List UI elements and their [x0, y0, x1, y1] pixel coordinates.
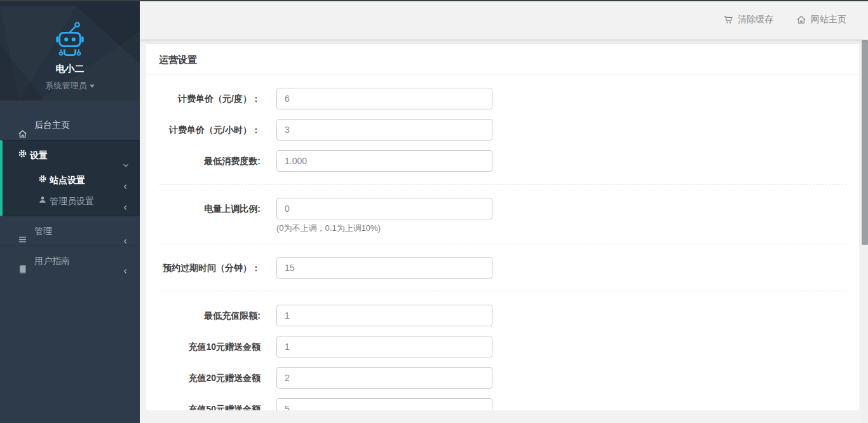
sidebar: 电小二 系统管理员 后台主页 设置 站点设置	[0, 0, 140, 423]
sidebar-item-dashboard[interactable]: 后台主页	[0, 109, 140, 140]
price-per-hour-input[interactable]	[276, 119, 492, 141]
field-label: 电量上调比例:	[146, 198, 261, 219]
chevron-left-icon	[122, 227, 130, 235]
bonus-50-input[interactable]	[276, 398, 492, 410]
field-label: 计费单价（元/度）：	[146, 88, 261, 109]
dashed-divider	[159, 291, 846, 291]
form-row: 电量上调比例: (0为不上调，0.1为上调10%)	[146, 198, 859, 234]
clear-cache-button[interactable]: 清除缓存	[723, 14, 773, 25]
reservation-expire-input[interactable]	[276, 257, 492, 279]
sidebar-item-settings[interactable]: 设置	[3, 141, 140, 170]
form-row: 最低充值限额:	[146, 305, 859, 326]
min-consumption-input[interactable]	[276, 150, 492, 172]
chevron-left-icon	[122, 198, 130, 205]
form-row: 充值10元赠送金额	[146, 336, 859, 357]
panel-title: 运营设置	[146, 44, 859, 75]
scrollbar-thumb[interactable]	[862, 40, 868, 245]
cart-icon	[723, 15, 733, 25]
field-with-hint: (0为不上调，0.1为上调10%)	[276, 198, 492, 234]
sidebar-group-settings: 设置 站点设置 管理员设置	[0, 140, 140, 216]
form-row: 充值20元赠送金额	[146, 367, 859, 389]
clear-cache-label: 清除缓存	[738, 14, 773, 25]
settings-panel: 运营设置 计费单价（元/度）： 计费单价（元/小时）： 最低消费度数: 电量上调…	[146, 43, 859, 410]
power-markup-ratio-input[interactable]	[276, 198, 492, 219]
chevron-down-icon	[122, 151, 130, 159]
home-icon	[796, 15, 806, 25]
menu-icon	[18, 226, 27, 236]
form-row: 计费单价（元/度）：	[146, 88, 859, 109]
field-hint: (0为不上调，0.1为上调10%)	[276, 223, 492, 234]
gear-icon	[18, 150, 30, 160]
user-icon	[38, 196, 50, 206]
sidebar-item-label: 设置	[30, 150, 48, 160]
field-label: 充值10元赠送金额	[146, 336, 261, 357]
vertical-scrollbar[interactable]	[862, 39, 868, 423]
sidebar-item-label: 用户指南	[34, 256, 70, 266]
sidebar-nav: 后台主页 设置 站点设置	[0, 109, 140, 275]
settings-form: 计费单价（元/度）： 计费单价（元/小时）： 最低消费度数: 电量上调比例: (…	[146, 75, 859, 410]
dashed-divider	[159, 244, 846, 244]
field-label: 最低充值限额:	[146, 305, 261, 326]
price-per-kwh-input[interactable]	[276, 88, 492, 109]
field-label: 充值20元赠送金额	[146, 367, 261, 389]
site-home-label: 网站主页	[811, 14, 846, 25]
sidebar-item-site-settings[interactable]: 站点设置	[3, 170, 140, 191]
site-home-link[interactable]: 网站主页	[796, 14, 846, 25]
bonus-10-input[interactable]	[276, 336, 492, 357]
form-row: 预约过期时间（分钟）：	[146, 257, 859, 279]
min-recharge-input[interactable]	[276, 305, 492, 326]
chevron-left-icon	[122, 177, 130, 184]
top-hairline	[0, 0, 868, 1]
main-content: 运营设置 计费单价（元/度）： 计费单价（元/小时）： 最低消费度数: 电量上调…	[140, 39, 868, 423]
home-icon	[18, 120, 27, 130]
field-label: 最低消费度数:	[146, 150, 261, 172]
gear-icon	[38, 175, 50, 185]
sidebar-item-label: 后台主页	[34, 120, 70, 130]
sidebar-item-user-guide[interactable]: 用户指南	[0, 246, 140, 275]
form-row: 最低消费度数:	[146, 150, 859, 172]
field-label: 预约过期时间（分钟）：	[146, 257, 261, 279]
sidebar-item-management[interactable]: 管理	[0, 216, 140, 246]
sidebar-item-label: 站点设置	[50, 175, 85, 185]
sidebar-item-admin-settings[interactable]: 管理员设置	[3, 191, 140, 212]
dashed-divider	[159, 184, 846, 185]
bonus-20-input[interactable]	[276, 367, 492, 389]
sidebar-item-label: 管理	[34, 226, 52, 236]
sidebar-item-label: 管理员设置	[50, 196, 94, 206]
field-label: 充值50元赠送金额	[146, 398, 261, 410]
form-row: 计费单价（元/小时）：	[146, 119, 859, 141]
field-label: 计费单价（元/小时）：	[146, 119, 261, 141]
topbar: 清除缓存 网站主页	[140, 0, 868, 39]
chevron-left-icon	[122, 257, 130, 265]
polygon-pattern	[0, 6, 140, 101]
book-icon	[18, 256, 27, 266]
form-row: 充值50元赠送金额	[146, 398, 859, 410]
sidebar-logo-section: 电小二 系统管理员	[0, 6, 140, 101]
